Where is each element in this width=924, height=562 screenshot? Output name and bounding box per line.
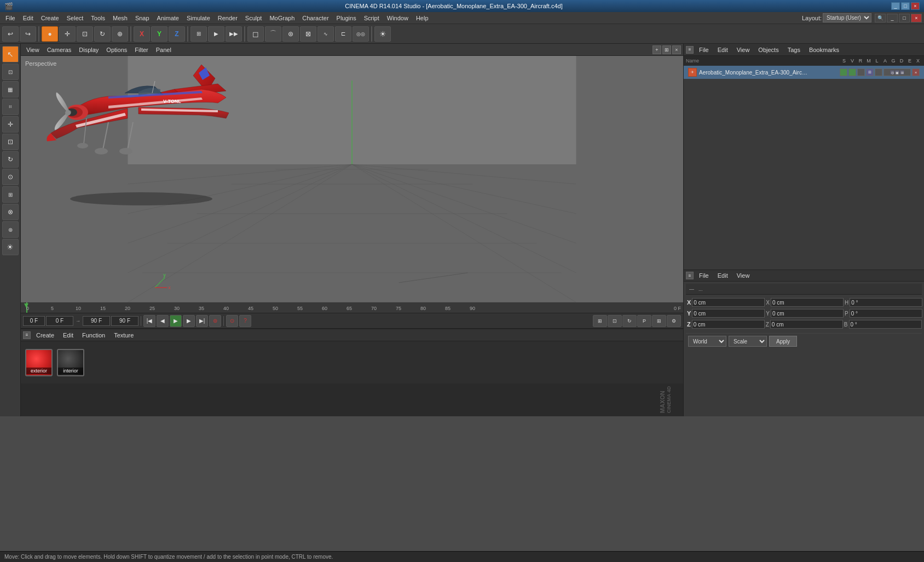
layout-select[interactable]: Startup (User) — [823, 13, 871, 22]
menu-create[interactable]: Create — [38, 14, 62, 22]
select-tool-button[interactable]: ● — [42, 26, 58, 42]
props-edit-menu[interactable]: Edit — [714, 271, 731, 280]
tl-autokey-button[interactable]: ? — [239, 315, 251, 327]
apply-button[interactable]: Apply — [769, 336, 797, 347]
objects-edit-menu[interactable]: Edit — [714, 45, 731, 54]
nurbs-button[interactable]: ⊛ — [282, 26, 299, 42]
goto-end-button[interactable]: ▶| — [196, 315, 208, 327]
scale-tool-button[interactable]: ⊡ — [77, 26, 93, 42]
menu-animate[interactable]: Animate — [154, 14, 182, 22]
viewport-cameras-menu[interactable]: Cameras — [44, 45, 75, 54]
menu-mesh[interactable]: Mesh — [109, 14, 131, 22]
tl-rotate-key-button[interactable]: ↻ — [622, 315, 637, 327]
render-region-button[interactable]: ⊞ — [190, 26, 207, 42]
coord-x-rot-input[interactable] — [771, 298, 844, 307]
step-back-button[interactable]: ◀ — [157, 315, 169, 327]
cube-primitive-button[interactable]: ◻ — [247, 26, 264, 42]
coord-y-rot-input[interactable] — [771, 309, 844, 318]
object-tree-item[interactable]: ✈ Aerobatic_Monoplane_Extra_EA-300_Aircr… — [684, 66, 924, 79]
panel-maximize-icon[interactable]: □ — [899, 14, 910, 22]
panel-minimize-icon[interactable]: _ — [887, 14, 898, 22]
obj-vis-btn-icons[interactable]: ◎ ▣ ⊞ — [883, 68, 911, 76]
menu-sculpt[interactable]: Sculpt — [242, 14, 265, 22]
live-selection-button[interactable]: ⊡ — [2, 64, 19, 80]
universal-transform-button[interactable]: ⊕ — [112, 26, 128, 42]
move-tool-button[interactable]: ✛ — [59, 26, 76, 42]
menu-mograph[interactable]: MoGraph — [266, 14, 298, 22]
coord-z-rot-input[interactable] — [770, 320, 843, 329]
coord-h-input[interactable] — [850, 298, 922, 307]
z-axis-button[interactable]: Z — [169, 26, 185, 42]
viewport-ctrl-3[interactable]: × — [672, 45, 681, 54]
rectangular-selection-button[interactable]: ▦ — [2, 81, 19, 98]
objects-bookmarks-menu[interactable]: Bookmarks — [806, 45, 842, 54]
obj-vis-btn-s[interactable] — [840, 68, 847, 76]
menu-character[interactable]: Character — [299, 14, 332, 22]
move-button[interactable]: ✛ — [2, 116, 19, 133]
viewport-options-menu[interactable]: Options — [103, 45, 130, 54]
menu-edit[interactable]: Edit — [20, 14, 37, 22]
coord-x-pos-input[interactable] — [692, 298, 765, 307]
props-view-menu[interactable]: View — [734, 271, 753, 280]
objects-panel[interactable]: Name SVRMLAGDEX ✈ Aerobatic_Monoplane_Ex… — [684, 56, 924, 269]
preview-end-input[interactable] — [83, 316, 110, 326]
minimize-button[interactable]: _ — [891, 2, 900, 10]
panel-search-icon[interactable]: 🔍 — [875, 14, 886, 22]
objects-view-menu[interactable]: View — [734, 45, 753, 54]
tl-scale-key-button[interactable]: ⊡ — [608, 315, 622, 327]
material-edit-menu[interactable]: Edit — [60, 331, 77, 340]
menu-simulate[interactable]: Simulate — [183, 14, 213, 22]
props-file-menu[interactable]: File — [696, 271, 712, 280]
material-function-menu[interactable]: Function — [79, 331, 108, 340]
grid-tool-button[interactable]: ⊞ — [2, 186, 19, 203]
material-exterior[interactable]: exterior — [25, 349, 53, 376]
total-frames-input[interactable] — [111, 316, 138, 326]
coord-z-pos-input[interactable] — [692, 320, 765, 329]
close-button[interactable]: × — [911, 2, 920, 10]
objects-file-menu[interactable]: File — [696, 45, 712, 54]
redo-button[interactable]: ↪ — [20, 26, 36, 42]
step-forward-button[interactable]: ▶ — [183, 315, 195, 327]
viewport-view-menu[interactable]: View — [23, 45, 43, 54]
obj-vis-btn-m[interactable]: ⊞ — [866, 68, 874, 76]
viewport-filter-menu[interactable]: Filter — [131, 45, 151, 54]
undo-button[interactable]: ↩ — [2, 26, 19, 42]
menu-render[interactable]: Render — [215, 14, 241, 22]
menu-snap[interactable]: Snap — [132, 14, 153, 22]
rotate-tool-button[interactable]: ↻ — [94, 26, 111, 42]
material-interior[interactable]: interior — [57, 349, 84, 376]
menu-select[interactable]: Select — [63, 14, 87, 22]
menu-help[interactable]: Help — [413, 14, 432, 22]
scale-dropdown[interactable]: Scale Move Rotate — [729, 336, 767, 347]
menu-script[interactable]: Script — [361, 14, 383, 22]
deformer-button[interactable]: ⊠ — [300, 26, 316, 42]
coord-p-input[interactable] — [850, 309, 922, 318]
material-create-menu[interactable]: Create — [33, 331, 57, 340]
y-axis-button[interactable]: Y — [151, 26, 168, 42]
brush-tool-button[interactable]: ⊛ — [2, 221, 19, 238]
vr-button[interactable]: ◎◎ — [353, 26, 369, 42]
obj-vis-btn-r[interactable] — [857, 68, 865, 76]
obj-vis-btn-l[interactable] — [875, 68, 882, 76]
record-button[interactable]: ⊚ — [209, 315, 221, 327]
menu-file[interactable]: File — [2, 14, 19, 22]
tl-move-key-button[interactable]: ⊞ — [593, 315, 607, 327]
lasso-selection-button[interactable]: ⌗ — [2, 99, 19, 115]
objects-objects-menu[interactable]: Objects — [755, 45, 782, 54]
menu-tools[interactable]: Tools — [88, 14, 108, 22]
render-all-button[interactable]: ▶▶ — [226, 26, 242, 42]
obj-vis-btn-x[interactable]: × — [912, 68, 920, 76]
rotate-button[interactable]: ↻ — [2, 151, 19, 168]
curve-tool-button[interactable]: ⌒ — [265, 26, 281, 42]
viewport-ctrl-2[interactable]: ⊞ — [662, 45, 671, 54]
light-button[interactable]: ☀ — [374, 26, 391, 42]
menu-window[interactable]: Window — [384, 14, 412, 22]
viewport-panel-menu[interactable]: Panel — [153, 45, 175, 54]
play-button[interactable]: ▶ — [170, 315, 182, 327]
tl-stop-button[interactable]: ⊙ — [226, 315, 238, 327]
camera-button[interactable]: ⊏ — [335, 26, 351, 42]
frame-start-input[interactable] — [23, 316, 45, 326]
tl-path-button[interactable]: P — [637, 315, 651, 327]
scale-button[interactable]: ⊡ — [2, 134, 19, 150]
paint-tool-button[interactable]: ⊙ — [2, 169, 19, 185]
